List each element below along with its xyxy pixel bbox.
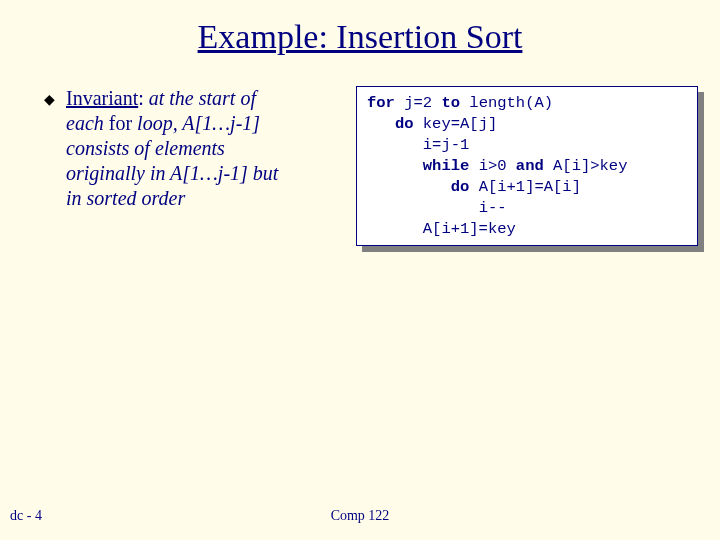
bullet-text: Invariant: at the start ofeach for loop,… (66, 86, 344, 211)
code-panel: for j=2 to length(A) do key=A[j] i=j-1 w… (356, 86, 698, 246)
bullet-item: ◆ Invariant: at the start ofeach for loo… (44, 86, 344, 211)
slide-title: Example: Insertion Sort (0, 0, 720, 86)
invariant-label: Invariant (66, 87, 138, 109)
bullet-icon: ◆ (44, 86, 66, 109)
content-area: ◆ Invariant: at the start ofeach for loo… (0, 86, 720, 246)
code-box: for j=2 to length(A) do key=A[j] i=j-1 w… (356, 86, 698, 246)
footer-course: Comp 122 (0, 508, 720, 524)
bullet-list: ◆ Invariant: at the start ofeach for loo… (44, 86, 344, 246)
